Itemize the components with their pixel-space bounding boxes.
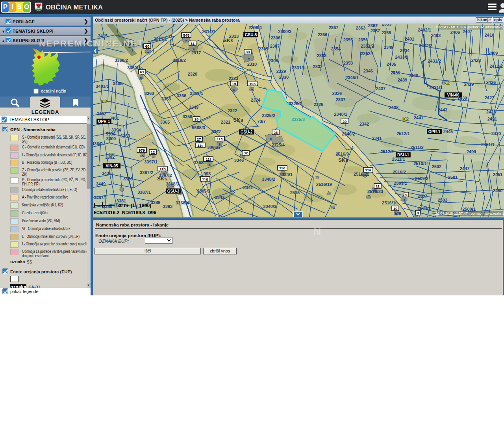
svg-text:11e: 11e (197, 143, 203, 148)
svg-text:3388: 3388 (123, 176, 133, 181)
svg-text:3340/2: 3340/2 (262, 177, 275, 182)
svg-text:2512/1: 2512/1 (397, 131, 410, 136)
svg-text:2307: 2307 (270, 44, 280, 48)
svg-text:2511/1: 2511/1 (392, 157, 405, 161)
svg-text:2331/1: 2331/1 (292, 65, 305, 70)
svg-text:20: 20 (343, 119, 347, 124)
svg-text:E=521316.2 N=61189.8 D96: E=521316.2 N=61189.8 D96 (94, 210, 156, 215)
svg-text:2355: 2355 (343, 37, 353, 42)
svg-text:2509/2: 2509/2 (415, 176, 428, 181)
svg-text:126: 126 (394, 211, 401, 216)
svg-text:2325/4: 2325/4 (271, 143, 285, 147)
svg-text:2510/2: 2510/2 (393, 170, 406, 174)
svg-text:2431/1: 2431/1 (429, 85, 443, 90)
svg-text:2516/9: 2516/9 (335, 152, 349, 156)
svg-text:2325/2: 2325/2 (262, 113, 275, 118)
svg-text:DSU-1: DSU-1 (397, 153, 409, 157)
svg-text:2352/1: 2352/1 (361, 51, 374, 56)
svg-text:32: 32 (244, 151, 248, 155)
svg-text:11d: 11d (279, 166, 285, 170)
svg-text:2366: 2366 (318, 32, 327, 37)
svg-text:2349: 2349 (384, 45, 393, 50)
svg-text:26.04.2025 12:57:47 , eumap ,: 26.04.2025 12:57:47 , eumap , www.realis… (435, 212, 504, 215)
svg-text:11: 11 (376, 184, 380, 188)
svg-text:2451: 2451 (493, 172, 502, 177)
svg-text:2309: 2309 (259, 46, 268, 51)
svg-text:3386: 3386 (151, 200, 160, 205)
svg-text:10: 10 (393, 206, 398, 211)
svg-text:2511/2: 2511/2 (410, 145, 423, 150)
svg-text:2437: 2437 (376, 86, 385, 91)
svg-text:2447: 2447 (460, 166, 469, 171)
svg-text:SKs: SKs (157, 176, 167, 182)
svg-text:3305/3: 3305/3 (197, 189, 210, 193)
svg-text:2306: 2306 (271, 35, 280, 40)
svg-text:2319/1: 2319/1 (190, 91, 203, 96)
svg-text:2435: 2435 (387, 62, 396, 67)
svg-text:2320: 2320 (188, 72, 197, 76)
svg-text:3360/2: 3360/2 (115, 58, 128, 63)
svg-text:436/2: 436/2 (93, 141, 103, 146)
svg-text:2402/1: 2402/1 (418, 28, 431, 32)
svg-text:3363: 3363 (145, 91, 154, 96)
svg-text:OPR-1: OPR-1 (98, 119, 110, 124)
svg-text:3368/4: 3368/4 (176, 200, 189, 205)
svg-text:545: 545 (183, 33, 190, 37)
svg-text:60: 60 (145, 44, 150, 48)
svg-text:2433/1: 2433/1 (395, 55, 408, 59)
svg-text:2516/23: 2516/23 (367, 189, 383, 194)
svg-text:2516/19: 2516/19 (316, 182, 332, 187)
svg-text:3447/1: 3447/1 (94, 195, 107, 200)
svg-text:2332: 2332 (313, 64, 322, 69)
svg-text:3349: 3349 (189, 105, 198, 109)
svg-text:2308: 2308 (269, 58, 278, 63)
svg-text:2430: 2430 (458, 96, 467, 100)
svg-text:2333: 2333 (317, 53, 326, 58)
svg-text:3356: 3356 (177, 93, 186, 98)
svg-text:2501: 2501 (448, 175, 458, 180)
svg-text:2428: 2428 (471, 58, 481, 63)
svg-text:11g: 11g (202, 177, 208, 181)
svg-text:3405: 3405 (113, 81, 122, 86)
svg-text:SKs: SKs (223, 37, 233, 43)
svg-text:3340/3: 3340/3 (263, 204, 276, 209)
svg-text:2310: 2310 (247, 62, 257, 67)
svg-text:3449: 3449 (96, 182, 106, 186)
svg-text:11b: 11b (159, 167, 166, 171)
svg-text:2429: 2429 (464, 82, 474, 87)
svg-text:11c: 11c (217, 137, 222, 141)
svg-text:2317: 2317 (191, 50, 201, 55)
svg-text:3365: 3365 (160, 120, 170, 124)
svg-text:9: 9 (405, 193, 407, 197)
svg-text:2340/1: 2340/1 (334, 112, 347, 117)
svg-text:30: 30 (246, 50, 250, 54)
svg-text:2427: 2427 (485, 95, 494, 100)
svg-text:2354: 2354 (331, 46, 341, 51)
svg-text:2431/2: 2431/2 (428, 59, 441, 63)
svg-text:3380: 3380 (103, 204, 112, 209)
svg-text:2516/22: 2516/22 (354, 172, 369, 176)
svg-text:K2: K2 (443, 80, 450, 86)
svg-text:2325/3: 2325/3 (291, 117, 305, 122)
svg-text:2512/2: 2512/2 (380, 149, 394, 154)
svg-text:OPR-1: OPR-1 (428, 130, 441, 134)
svg-text:3350: 3350 (183, 114, 192, 119)
svg-text:2426: 2426 (486, 80, 496, 85)
svg-text:993: 993 (204, 171, 211, 176)
svg-text:K2: K2 (402, 116, 409, 122)
svg-text:73/7: 73/7 (257, 119, 265, 124)
svg-text:2329: 2329 (276, 69, 286, 74)
svg-text:2441: 2441 (414, 115, 423, 120)
svg-text:GSU-3: GSU-3 (167, 189, 180, 193)
svg-text:2515: 2515 (290, 190, 300, 195)
svg-text:2229/1: 2229/1 (154, 37, 167, 41)
svg-text:K2: K2 (101, 98, 107, 104)
svg-text:2358: 2358 (382, 30, 391, 35)
svg-text:2421: 2421 (487, 117, 497, 121)
svg-text:3347: 3347 (211, 129, 221, 134)
svg-text:SKs: SKs (233, 117, 243, 123)
svg-text:2410: 2410 (485, 33, 494, 37)
svg-text:3368/3: 3368/3 (166, 182, 179, 186)
svg-text:3394: 3394 (111, 128, 121, 132)
svg-text:2422: 2422 (486, 109, 496, 114)
